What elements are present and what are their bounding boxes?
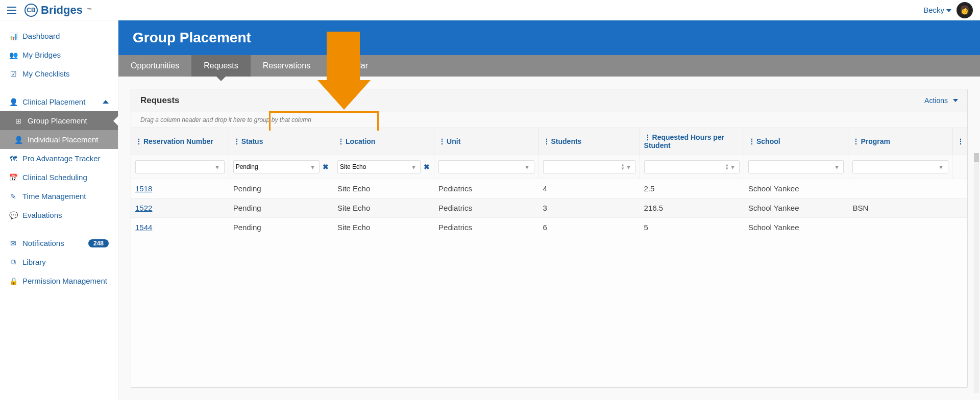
col-reservation-number[interactable]: ⋮Reservation Number (131, 128, 229, 155)
sidebar-item-individual-placement[interactable]: 👤Individual Placement (0, 130, 118, 149)
chevron-up-icon (103, 100, 109, 104)
clear-filter-status[interactable]: ✖ (323, 163, 329, 171)
calendar-icon: 📅 (9, 173, 17, 182)
sidebar-item-clinical-scheduling[interactable]: 📅Clinical Scheduling (0, 168, 118, 187)
map-icon: 🗺 (9, 155, 17, 163)
scrollbar[interactable] (974, 153, 979, 393)
actions-menu[interactable]: Actions (924, 96, 958, 105)
funnel-icon[interactable]: ▾ (311, 163, 317, 171)
filter-school[interactable]: ▾ (748, 160, 844, 173)
lock-icon: 🔒 (9, 277, 17, 285)
col-program[interactable]: ⋮Program (848, 128, 952, 155)
panel-title: Requests (140, 95, 180, 106)
col-unit[interactable]: ⋮Unit (434, 128, 538, 155)
page-title: Group Placement (118, 20, 980, 55)
filter-hours[interactable]: ▲▼▾ (644, 160, 740, 173)
topbar: CB Bridges™ Becky 👩 (0, 0, 980, 20)
sidebar-item-evaluations[interactable]: 💬Evaluations (0, 206, 118, 224)
check-icon: ☑ (9, 70, 17, 78)
group-by-drop-zone[interactable]: Drag a column header and drop it here to… (131, 112, 967, 128)
sidebar-item-pro-advantage[interactable]: 🗺Pro Advantage Tracker (0, 149, 118, 168)
user-icon: 👤 (9, 98, 17, 106)
col-school[interactable]: ⋮School (744, 128, 848, 155)
reservation-link[interactable]: 1518 (135, 184, 152, 193)
brand[interactable]: CB Bridges™ (24, 4, 92, 17)
funnel-icon[interactable]: ▾ (627, 163, 633, 171)
sidebar-item-library[interactable]: ⧉Library (0, 253, 118, 271)
funnel-icon[interactable]: ▾ (215, 163, 222, 171)
filter-students[interactable]: ▲▼▾ (543, 160, 635, 173)
hamburger-icon[interactable] (7, 7, 16, 14)
col-more[interactable]: ⋮ (953, 128, 967, 155)
funnel-icon[interactable]: ▾ (835, 163, 842, 171)
table-row[interactable]: 1518 Pending Site Echo Pediatrics 4 2.5 … (131, 179, 967, 198)
brand-name: Bridges (41, 4, 83, 17)
filter-program[interactable]: ▾ (852, 160, 948, 173)
sidebar-item-notifications[interactable]: ✉Notifications248 (0, 234, 118, 253)
chart-icon: 📊 (9, 32, 17, 40)
caret-down-icon (953, 99, 958, 102)
filter-reservation-number[interactable]: ▾ (135, 160, 225, 173)
spinner-icon[interactable]: ▲▼ (725, 163, 729, 170)
col-status[interactable]: ⋮Status (229, 128, 333, 155)
brand-logo-icon: CB (24, 4, 38, 17)
requests-panel: Requests Actions Drag a column header an… (131, 89, 968, 388)
reservation-link[interactable]: 1522 (135, 204, 152, 212)
sidebar-item-mybridges[interactable]: 👥My Bridges (0, 45, 118, 64)
user-menu[interactable]: Becky (923, 6, 951, 14)
table-row[interactable]: 1544 Pending Site Echo Pediatrics 6 5 Sc… (131, 218, 967, 237)
clear-filter-location[interactable]: ✖ (424, 163, 430, 171)
filter-location[interactable]: ▾ (337, 160, 421, 173)
people-icon: 👥 (9, 51, 17, 59)
filter-status[interactable]: ▾ (233, 160, 320, 173)
spinner-icon[interactable]: ▲▼ (621, 163, 625, 170)
caret-down-icon (946, 9, 951, 12)
filter-unit[interactable]: ▾ (438, 160, 534, 173)
notification-badge: 248 (88, 239, 109, 247)
copy-icon: ⧉ (9, 258, 17, 266)
funnel-icon[interactable]: ▾ (525, 163, 532, 171)
col-requested-hours[interactable]: ⋮Requested Hours per Student (640, 128, 744, 155)
funnel-icon[interactable]: ▾ (412, 163, 418, 171)
tab-requests[interactable]: Requests (191, 55, 251, 77)
reservation-link[interactable]: 1544 (135, 223, 152, 232)
chat-icon: 💬 (9, 211, 17, 219)
tabs: Opportunities Requests Reservations Cale… (118, 55, 980, 77)
tab-opportunities[interactable]: Opportunities (118, 55, 191, 77)
sidebar-item-group-placement[interactable]: ⊞Group Placement (0, 111, 118, 130)
table-row[interactable]: 1522 Pending Site Echo Pediatrics 3 216.… (131, 198, 967, 218)
requests-grid: ⋮Reservation Number ⋮Status ⋮Location ⋮U… (131, 128, 967, 237)
mail-icon: ✉ (9, 239, 17, 247)
avatar[interactable]: 👩 (957, 2, 973, 18)
sidebar-item-checklists[interactable]: ☑My Checklists (0, 64, 118, 83)
grid-icon: ⊞ (14, 117, 22, 125)
brand-tm: ™ (87, 7, 92, 13)
sidebar-item-permissions[interactable]: 🔒Permission Management (0, 271, 118, 290)
edit-icon: ✎ (9, 192, 17, 201)
funnel-icon[interactable]: ▾ (939, 163, 946, 171)
sidebar-item-dashboard[interactable]: 📊Dashboard (0, 27, 118, 45)
main: Group Placement Opportunities Requests R… (118, 20, 980, 400)
sidebar-item-clinical-placement[interactable]: 👤Clinical Placement (0, 92, 118, 111)
tab-reservations[interactable]: Reservations (251, 55, 323, 77)
col-students[interactable]: ⋮Students (539, 128, 640, 155)
tab-calendar[interactable]: Calendar (323, 55, 380, 77)
sidebar: 📊Dashboard 👥My Bridges ☑My Checklists 👤C… (0, 20, 118, 400)
funnel-icon[interactable]: ▾ (731, 163, 737, 171)
col-location[interactable]: ⋮Location (333, 128, 434, 155)
sidebar-item-time-management[interactable]: ✎Time Management (0, 187, 118, 206)
person-icon: 👤 (14, 136, 22, 144)
